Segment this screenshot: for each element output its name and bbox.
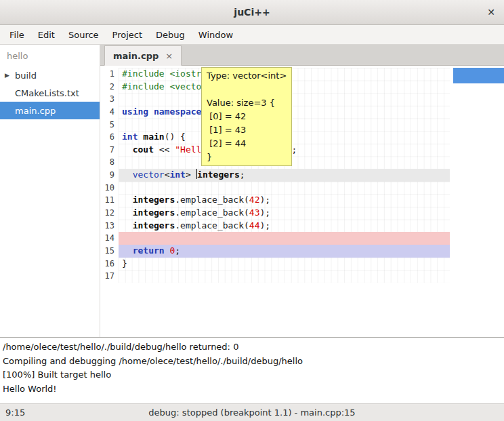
token-pl: ); [260, 207, 271, 218]
menu-window[interactable]: Window [192, 25, 240, 44]
line-number[interactable]: 6 [100, 131, 119, 144]
tab-bar: main.cpp × [100, 45, 504, 66]
line-number[interactable]: 8 [100, 156, 119, 169]
line-number[interactable]: 12 [100, 207, 119, 220]
line-number[interactable]: 14 [100, 232, 119, 245]
tooltip-line: } [207, 151, 287, 164]
titlebar[interactable]: juCi++ ✕ [0, 0, 504, 25]
token-pl: << [154, 144, 175, 155]
code-line-9[interactable]: vector<int> integers; [119, 169, 450, 182]
terminal-line: /home/olece/test/hello/./build/debug/hel… [3, 340, 501, 355]
tree-item-cmakelists[interactable]: CMakeLists.txt [0, 84, 100, 102]
line-number[interactable]: 7 [100, 144, 119, 157]
tab-maincpp[interactable]: main.cpp × [104, 45, 182, 66]
line-number[interactable]: 17 [100, 270, 119, 283]
tab-close-icon[interactable]: × [165, 51, 173, 61]
tree-item-label: build [15, 71, 37, 81]
token-pl [122, 220, 133, 230]
expander-icon[interactable]: ▶ [5, 72, 9, 79]
tooltip-line: Value: size=3 { [207, 96, 287, 110]
line-number[interactable]: 1 [100, 68, 119, 81]
app-window: juCi++ ✕ File Edit Source Project Debug … [0, 0, 504, 421]
terminal-line: Hello World! [3, 382, 501, 397]
token-typ: vector [133, 169, 165, 180]
token-var: integers [197, 169, 240, 180]
line-number[interactable]: 3 [100, 93, 119, 106]
token-pl [122, 207, 133, 218]
tree-item-label: main.cpp [15, 106, 56, 116]
terminal-line: [100%] Built target hello [3, 368, 501, 382]
terminal-line: Compiling and debugging /home/olece/test… [3, 355, 501, 369]
scrollbar-track[interactable] [450, 66, 504, 337]
token-num: 44 [249, 220, 260, 230]
token-pl [122, 195, 133, 205]
code-editor[interactable]: 1234567891011121314151617 #include <iost… [100, 66, 504, 337]
tooltip-line: Type: vector<int> [207, 69, 287, 83]
token-var: integers [133, 195, 175, 205]
code-line-11[interactable]: integers.emplace_back(42); [119, 194, 450, 207]
debug-status-message: debug: stopped (breakpoint 1.1) - main.c… [0, 407, 504, 418]
code-line-17[interactable] [119, 270, 450, 283]
token-pl: .emplace_back( [175, 220, 249, 230]
scrollbar-thumb[interactable] [453, 68, 504, 83]
line-number[interactable]: 11 [100, 194, 119, 207]
token-pl: } [122, 258, 127, 268]
menu-file[interactable]: File [3, 25, 31, 44]
token-pl [122, 144, 133, 155]
menu-project[interactable]: Project [106, 25, 149, 44]
tooltip-line: [2] = 44 [207, 137, 287, 151]
gutter: 1234567891011121314151617 [100, 68, 119, 283]
main-body: hello ▶ build CMakeLists.txt main.cpp ma… [0, 45, 504, 337]
token-pl: > [186, 169, 196, 180]
token-pl [148, 106, 154, 117]
line-number[interactable]: 13 [100, 220, 119, 233]
line-number[interactable]: 10 [100, 182, 119, 195]
token-kw: return [133, 245, 165, 256]
code-line-13[interactable]: integers.emplace_back(44); [119, 220, 450, 233]
line-number[interactable]: 2 [100, 81, 119, 94]
tree-item-maincpp[interactable]: main.cpp [0, 102, 100, 119]
tooltip-line: [0] = 42 [207, 110, 287, 123]
token-num: 43 [249, 207, 260, 218]
project-name: hello [0, 45, 100, 66]
token-pl [122, 169, 133, 180]
window-title: juCi++ [234, 7, 270, 18]
menu-debug[interactable]: Debug [149, 25, 192, 44]
editor-pane: main.cpp × 1234567891011121314151617 #in… [100, 45, 504, 337]
output-terminal[interactable]: /home/olece/test/hello/./build/debug/hel… [0, 337, 504, 403]
file-tree-panel: hello ▶ build CMakeLists.txt main.cpp [0, 45, 100, 337]
tab-label: main.cpp [113, 51, 159, 61]
token-num: 42 [249, 195, 260, 205]
code-line-15[interactable]: return 0; [119, 245, 450, 258]
line-number[interactable]: 16 [100, 258, 119, 270]
menubar: File Edit Source Project Debug Window [0, 25, 504, 45]
token-pl: ); [260, 220, 271, 230]
token-pl: () { [165, 132, 186, 142]
status-bar: 9:15 debug: stopped (breakpoint 1.1) - m… [0, 403, 504, 421]
code-line-10[interactable] [119, 182, 450, 195]
token-var: integers [133, 220, 175, 230]
tree-item-label: CMakeLists.txt [15, 88, 79, 98]
token-pl: .emplace_back( [175, 195, 249, 205]
line-number[interactable]: 9 [100, 169, 119, 182]
menu-source[interactable]: Source [62, 25, 106, 44]
code-line-12[interactable]: integers.emplace_back(43); [119, 207, 450, 220]
token-kw: namespace [154, 106, 201, 117]
token-pp: #include [122, 68, 169, 79]
tree-item-build[interactable]: ▶ build [0, 66, 100, 84]
debug-value-tooltip: Type: vector<int>Value: size=3 { [0] = 4… [201, 67, 292, 166]
token-kw: int [169, 169, 185, 180]
code-line-16[interactable]: } [119, 258, 450, 270]
token-fn: main [143, 132, 164, 142]
token-kw: int [122, 132, 138, 142]
token-pl: ; [240, 169, 245, 180]
window-close-icon[interactable]: ✕ [487, 7, 495, 18]
line-number[interactable]: 5 [100, 119, 119, 132]
line-number[interactable]: 4 [100, 106, 119, 119]
menu-edit[interactable]: Edit [31, 25, 62, 44]
code-line-14[interactable] [119, 232, 450, 245]
token-var: integers [133, 207, 175, 218]
tooltip-line: [1] = 43 [207, 123, 287, 137]
line-number[interactable]: 15 [100, 245, 119, 258]
token-var: cout [133, 144, 154, 155]
